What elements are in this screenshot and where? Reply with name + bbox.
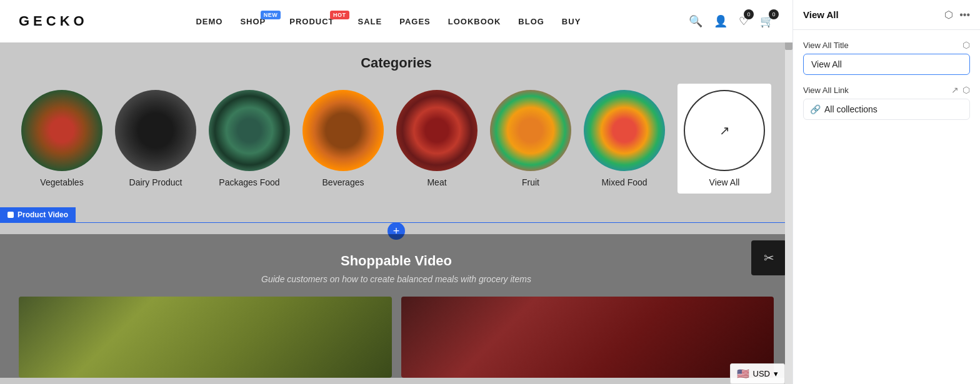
categories-title: Categories (19, 55, 774, 71)
account-icon[interactable]: 👤 (714, 14, 728, 28)
cart-icon[interactable]: 🛒 0 (760, 14, 774, 28)
nav: DEMO SHOP NEW PRODUCT HOT SALE PAGES LOO… (196, 17, 581, 26)
database-icon-title: ⬡ (962, 40, 970, 50)
nav-item-blog[interactable]: BLOG (518, 17, 544, 26)
category-vegetables[interactable]: Vegetables (21, 90, 102, 187)
flag-icon: 🇺🇸 (737, 368, 749, 380)
view-all-title-input[interactable] (803, 54, 970, 75)
edit-overlay-button[interactable]: ✂ (751, 240, 786, 275)
view-all-link-field: View All Link ↗ ⬡ 🔗 All collections (803, 85, 970, 120)
view-all-title-label: View All Title (803, 41, 849, 50)
badge-hot: HOT (330, 11, 349, 19)
category-label-dairy: Dairy Product (129, 177, 182, 187)
category-fruit[interactable]: Fruit (490, 90, 571, 187)
category-circle-mixed (584, 90, 665, 171)
product-video-container: Product Video + (0, 202, 792, 223)
category-dairy[interactable]: Dairy Product (115, 90, 196, 187)
right-panel: View All ⬡ ••• View All Title ⬡ View All… (792, 0, 980, 384)
product-video-label: Product Video (18, 210, 68, 219)
category-label-vegetables: Vegetables (40, 177, 83, 187)
view-all-link-label-row: View All Link ↗ ⬡ (803, 85, 970, 95)
nav-item-lookbook[interactable]: LOOKBOOK (448, 17, 501, 26)
categories-section: Categories Vegetables Dairy Product Pack… (0, 42, 792, 200)
panel-more-icon[interactable]: ••• (959, 9, 970, 21)
badge-new: NEW (261, 11, 281, 19)
nav-item-product[interactable]: PRODUCT HOT (289, 17, 334, 26)
nav-item-shop[interactable]: SHOP NEW (240, 17, 266, 26)
nav-item-pages[interactable]: PAGES (399, 17, 431, 26)
arrow-icon: ↗ (719, 123, 730, 138)
category-circle-vegetables (21, 90, 102, 171)
category-label-packages: Packages Food (219, 177, 279, 187)
divider-line: + (0, 222, 792, 223)
categories-row: Vegetables Dairy Product Packages Food B… (19, 84, 774, 194)
wishlist-count: 0 (744, 9, 754, 19)
video-thumbnails (19, 297, 774, 378)
nav-item-buy[interactable]: BUY (562, 17, 581, 26)
nav-item-demo[interactable]: DEMO (196, 17, 222, 26)
category-mixed[interactable]: Mixed Food (584, 90, 665, 187)
logo: GECKO (19, 13, 88, 29)
view-all-title-field: View All Title ⬡ (803, 40, 970, 75)
category-circle-viewall: ↗ (684, 90, 765, 171)
category-circle-meat (396, 90, 478, 171)
category-label-beverages: Beverages (322, 177, 364, 187)
category-label-meat: Meat (427, 177, 446, 187)
search-icon[interactable]: 🔍 (689, 14, 702, 28)
wishlist-icon[interactable]: ♡ 0 (739, 14, 749, 28)
category-circle-dairy (115, 90, 196, 171)
video-section: Shoppable Video Guide customers on how t… (0, 234, 792, 378)
currency-selector[interactable]: 🇺🇸 USD ▾ (730, 363, 785, 384)
main-content: GECKO DEMO SHOP NEW PRODUCT HOT SALE PAG… (0, 0, 792, 384)
currency-chevron: ▾ (774, 369, 778, 378)
section-dot-blue (8, 212, 14, 218)
scissors-icon: ✂ (764, 250, 774, 265)
product-video-bar[interactable]: Product Video (0, 207, 76, 222)
scrollbar[interactable] (785, 0, 792, 384)
view-all-link-value: All collections (824, 104, 963, 114)
external-link-icon: ↗ (951, 85, 959, 95)
panel-title: View All (803, 9, 839, 20)
panel-header: View All ⬡ ••• (793, 0, 980, 30)
video-thumb-right[interactable] (401, 297, 774, 378)
database-icon-link: ⬡ (962, 85, 970, 95)
category-label-mixed: Mixed Food (601, 177, 647, 187)
link-prefix-icon: 🔗 (810, 104, 821, 114)
view-all-title-label-row: View All Title ⬡ (803, 40, 970, 50)
category-circle-fruit (490, 90, 571, 171)
view-all-link-label: View All Link (803, 86, 849, 95)
currency-label: USD (753, 369, 770, 378)
category-packages[interactable]: Packages Food (209, 90, 290, 187)
header: GECKO DEMO SHOP NEW PRODUCT HOT SALE PAG… (0, 0, 792, 42)
panel-database-icon[interactable]: ⬡ (944, 9, 953, 21)
panel-body: View All Title ⬡ View All Link ↗ ⬡ 🔗 All… (793, 30, 980, 384)
category-meat[interactable]: Meat (396, 90, 478, 187)
category-beverages[interactable]: Beverages (302, 90, 384, 187)
category-circle-packages (209, 90, 290, 171)
category-label-viewall: View All (709, 177, 740, 187)
category-label-fruit: Fruit (522, 177, 539, 187)
panel-header-icons: ⬡ ••• (944, 9, 970, 21)
category-circle-beverages (302, 90, 384, 171)
view-all-link-input-wrapper[interactable]: 🔗 All collections (803, 99, 970, 120)
video-section-subtitle: Guide customers on how to create balance… (19, 274, 774, 284)
category-view-all[interactable]: ↗ View All (678, 84, 771, 194)
nav-item-sale[interactable]: SALE (358, 17, 382, 26)
header-icons: 🔍 👤 ♡ 0 🛒 0 (689, 14, 774, 28)
video-section-title: Shoppable Video (19, 253, 774, 269)
link-label-icons: ↗ ⬡ (951, 85, 970, 95)
cart-count: 0 (769, 9, 779, 19)
video-thumb-left[interactable] (19, 297, 392, 378)
